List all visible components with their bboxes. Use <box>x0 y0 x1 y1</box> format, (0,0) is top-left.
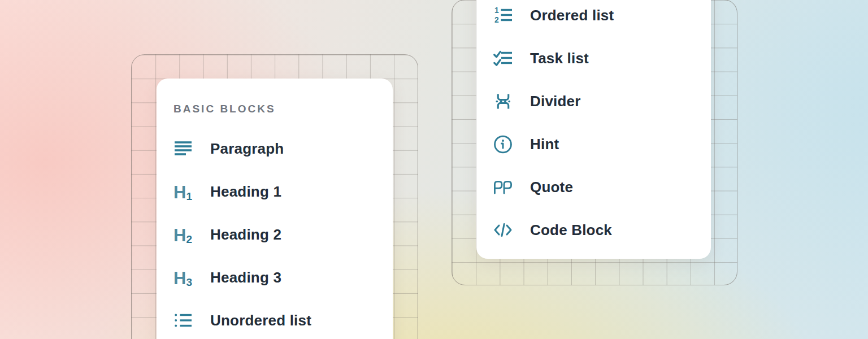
svg-text:2: 2 <box>494 15 499 24</box>
menu-item-paragraph[interactable]: Paragraph <box>157 127 393 170</box>
menu-item-hint[interactable]: Hint <box>476 123 711 166</box>
divider-icon <box>493 92 513 111</box>
heading-2-icon: H2 <box>173 225 193 244</box>
menu-list-left: Paragraph H1 Heading 1 H2 Heading 2 H3 H… <box>157 127 393 339</box>
menu-item-label: Paragraph <box>210 140 284 158</box>
menu-item-label: Heading 3 <box>210 269 281 286</box>
menu-item-label: Code Block <box>530 221 612 239</box>
menu-item-heading-1[interactable]: H1 Heading 1 <box>157 170 393 213</box>
heading-1-icon: H1 <box>173 182 193 201</box>
menu-item-heading-3[interactable]: H3 Heading 3 <box>157 256 393 299</box>
ordered-list-icon: 1 2 <box>493 6 513 25</box>
menu-item-code-block[interactable]: Code Block <box>476 208 711 251</box>
menu-item-label: Heading 1 <box>210 183 281 201</box>
menu-item-heading-2[interactable]: H2 Heading 2 <box>157 213 393 256</box>
menu-item-ordered-list[interactable]: 1 2 Ordered list <box>476 0 711 37</box>
menu-item-label: Quote <box>530 179 573 196</box>
blocks-menu-continued: 1 2 Ordered list <box>476 0 711 259</box>
heading-3-icon: H3 <box>173 268 193 287</box>
menu-list-right: 1 2 Ordered list <box>476 0 711 251</box>
menu-item-divider[interactable]: Divider <box>476 80 711 123</box>
menu-item-label: Heading 2 <box>210 226 281 244</box>
hero-illustration: BASIC BLOCKS Paragraph H1 Heading 1 <box>0 0 868 339</box>
hint-icon <box>493 134 513 154</box>
menu-item-label: Hint <box>530 136 559 153</box>
unordered-list-icon <box>173 311 193 330</box>
menu-item-task-list[interactable]: Task list <box>476 37 711 80</box>
quote-icon <box>493 177 513 197</box>
paragraph-icon <box>173 139 193 158</box>
menu-item-label: Divider <box>530 93 581 110</box>
menu-item-quote[interactable]: Quote <box>476 166 711 208</box>
code-block-icon <box>493 220 513 240</box>
menu-item-label: Ordered list <box>530 7 614 24</box>
menu-section-header: BASIC BLOCKS <box>173 103 393 114</box>
menu-item-unordered-list[interactable]: Unordered list <box>157 299 393 339</box>
svg-text:1: 1 <box>494 6 499 15</box>
task-list-icon <box>493 49 513 68</box>
basic-blocks-menu: BASIC BLOCKS Paragraph H1 Heading 1 <box>157 79 393 339</box>
menu-item-label: Task list <box>530 50 589 67</box>
menu-item-label: Unordered list <box>210 312 311 329</box>
